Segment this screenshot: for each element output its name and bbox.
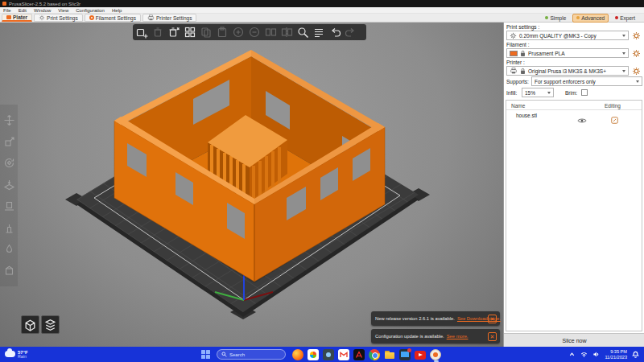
prusaslicer-taskbar-icon[interactable] (430, 349, 441, 360)
notification-see-more-link[interactable]: See more. (447, 334, 469, 339)
paste-icon (216, 26, 229, 39)
supports-value: For support enforcers only (535, 79, 596, 84)
title-bar: PrusaSlicer-2.5.2 based on Slic3r (0, 0, 644, 7)
cloud-icon (5, 351, 15, 357)
printer-gear-button[interactable] (632, 66, 641, 75)
menu-edit[interactable]: Edit (19, 8, 27, 13)
print-settings-combo[interactable]: 0.20mm QUALITY @MK3 - Copy (506, 31, 629, 40)
simple-mode-dot-icon (545, 16, 548, 19)
settings-panel: Print settings : 0.20mm QUALITY @MK3 - C… (503, 23, 644, 347)
system-tray: 9:35 PM 11/21/2023 (568, 349, 644, 360)
weather-condition: Rain (18, 355, 28, 359)
infill-combo[interactable]: 15% (522, 88, 554, 97)
close-icon[interactable]: ✕ (488, 315, 497, 323)
notification-text: New release version 2.6.1 is available. (375, 316, 455, 321)
chevron-down-icon (547, 92, 551, 94)
menu-help[interactable]: Help (112, 8, 122, 13)
filament-combo[interactable]: Prusament PLA (506, 48, 629, 58)
mode-switcher: Simple Advanced Expert (541, 14, 642, 23)
menu-view[interactable]: View (58, 8, 68, 13)
supports-combo[interactable]: For support enforcers only (531, 76, 642, 86)
object-row-house[interactable]: house.stl (506, 110, 642, 120)
tab-filament-settings[interactable]: Filament Settings (85, 14, 141, 22)
volume-icon[interactable] (592, 351, 600, 358)
infill-label: Infill: (506, 90, 517, 96)
eye-icon[interactable] (577, 113, 587, 119)
split-to-objects-icon (264, 26, 277, 39)
tab-plater[interactable]: Plater (2, 14, 32, 22)
tab-printer-settings-label: Printer Settings (156, 15, 192, 21)
wifi-icon[interactable] (580, 351, 588, 358)
photos-app-icon[interactable] (308, 349, 319, 360)
autodesk-app-icon[interactable] (353, 349, 365, 360)
chevron-down-icon (622, 35, 625, 37)
tab-printer-settings[interactable]: Printer Settings (142, 14, 196, 22)
filament-gear-button[interactable] (632, 48, 641, 57)
camera-app-icon[interactable] (323, 349, 334, 360)
mode-advanced-button[interactable]: Advanced (572, 14, 609, 23)
brim-checkbox[interactable] (581, 89, 588, 96)
gizmo-toolbar (0, 105, 18, 286)
taskbar-search[interactable] (217, 349, 286, 360)
menu-window[interactable]: Window (34, 8, 51, 13)
start-button[interactable] (201, 350, 211, 360)
slice-bar: Slice now (504, 333, 644, 347)
undo-icon[interactable] (328, 26, 341, 39)
prusaslicer-logo-icon (2, 2, 6, 6)
arrange-icon[interactable] (184, 26, 196, 39)
chrome-app-icon[interactable] (369, 349, 380, 360)
print-settings-label: Print settings : (506, 24, 539, 30)
plater-toolbar (133, 24, 366, 40)
tab-filament-settings-label: Filament Settings (96, 15, 136, 21)
notification-new-release: New release version 2.6.1 is available. … (371, 311, 500, 326)
printer-value: Original Prusa i3 MK3S & MK3S+ (528, 68, 606, 74)
fdm-supports-gizmo-icon (3, 265, 15, 277)
add-model-icon[interactable] (135, 26, 148, 39)
mail-app-icon[interactable] (338, 349, 349, 360)
notification-bell-icon[interactable] (632, 351, 639, 358)
cube-icon (23, 318, 37, 331)
search-icon[interactable] (296, 26, 309, 39)
tab-plater-label: Plater (13, 14, 27, 20)
seam-gizmo-icon (3, 243, 15, 255)
search-input[interactable] (229, 352, 278, 357)
taskbar-clock[interactable]: 9:35 PM 11/21/2023 (605, 349, 627, 360)
3d-editor-view-button[interactable] (21, 315, 39, 334)
mode-advanced-label: Advanced (581, 15, 605, 21)
menu-configuration[interactable]: Configuration (76, 8, 105, 13)
file-explorer-icon[interactable] (384, 349, 395, 360)
printer-icon (510, 68, 518, 74)
edit-icon[interactable] (611, 113, 618, 120)
browser-app-icon[interactable] (292, 349, 303, 360)
filament-value: Prusament PLA (528, 51, 565, 56)
plate-icon (6, 15, 11, 19)
slice-now-button[interactable]: Slice now (563, 338, 587, 343)
weather-widget[interactable]: 57°F Rain (0, 350, 201, 359)
mode-expert-button[interactable]: Expert (611, 14, 639, 23)
paint-supports-gizmo-icon (3, 222, 15, 234)
youtube-app-icon[interactable] (415, 351, 426, 360)
printer-combo[interactable]: Original Prusa i3 MK3S & MK3S+ (506, 66, 629, 76)
3d-scene[interactable] (0, 23, 503, 347)
split-to-parts-icon (280, 26, 293, 39)
print-settings-value: 0.20mm QUALITY @MK3 - Copy (519, 33, 597, 39)
cut-gizmo-icon (3, 200, 15, 212)
remote-desktop-app-icon[interactable] (399, 349, 411, 360)
column-name: Name (511, 103, 525, 109)
variable-layer-height-icon[interactable] (312, 26, 325, 39)
tab-print-settings[interactable]: Print Settings (34, 14, 83, 22)
place-on-face-gizmo-icon (3, 179, 15, 191)
notification-config-update: Configuration update is available. See m… (371, 329, 500, 343)
menu-file[interactable]: File (3, 8, 11, 13)
mode-simple-button[interactable]: Simple (541, 14, 570, 23)
chevron-up-icon[interactable] (568, 351, 576, 358)
preview-button[interactable] (41, 315, 60, 334)
delete-all-icon[interactable] (167, 26, 180, 39)
scale-gizmo-icon (3, 136, 15, 148)
print-settings-gear-button[interactable] (632, 31, 641, 39)
expert-mode-dot-icon (615, 16, 618, 19)
infill-value: 15% (525, 90, 535, 96)
3d-viewport[interactable]: New release version 2.6.1 is available. … (0, 23, 503, 347)
running-app-indicator (434, 360, 439, 362)
close-icon[interactable]: ✕ (488, 332, 497, 341)
